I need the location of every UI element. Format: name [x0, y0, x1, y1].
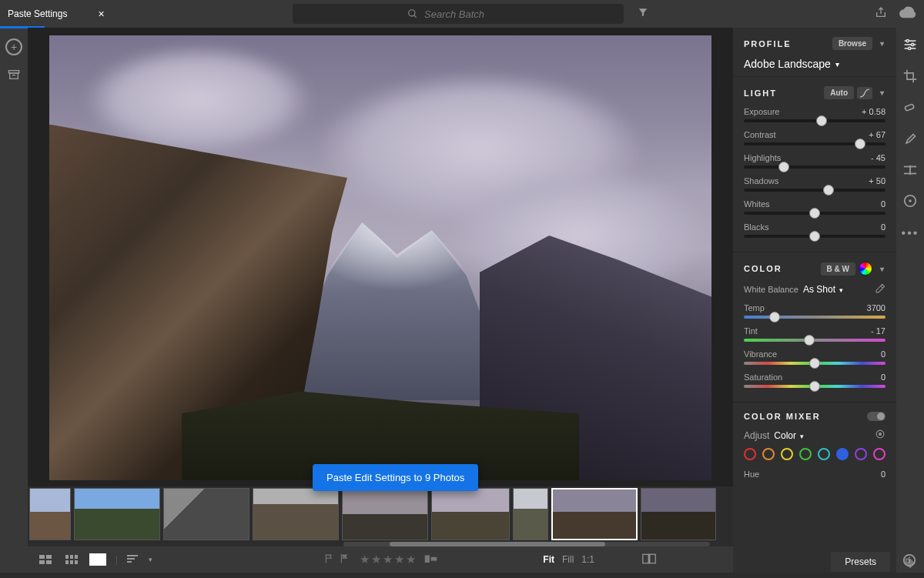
slider-handle[interactable]: [816, 115, 827, 126]
star-5[interactable]: ★: [406, 553, 416, 566]
sort-dropdown-icon[interactable]: ▾: [149, 556, 152, 563]
star-3[interactable]: ★: [383, 553, 393, 566]
photo-viewport[interactable]: Paste Edit Settings to 9 Photos: [28, 28, 733, 486]
slider-handle[interactable]: [809, 208, 820, 219]
color-dot-5[interactable]: [836, 448, 849, 460]
profile-section-label: PROFILE: [744, 39, 792, 48]
slider-value: 0: [881, 199, 886, 209]
color-dot-6[interactable]: [855, 448, 867, 460]
filmstrip-scrollbar-thumb[interactable]: [390, 542, 605, 546]
svg-rect-3: [10, 73, 18, 79]
zoom-fill-button[interactable]: Fill: [562, 554, 574, 565]
slider-handle[interactable]: [809, 358, 820, 369]
profile-name-label: Adobe Landscape: [744, 58, 831, 70]
star-2[interactable]: ★: [371, 553, 381, 566]
thumbnail[interactable]: [29, 488, 71, 540]
share-icon[interactable]: [875, 6, 887, 22]
target-adjust-icon[interactable]: [875, 429, 886, 442]
close-icon[interactable]: ×: [98, 8, 104, 20]
linear-gradient-icon[interactable]: [903, 165, 917, 179]
edit-sliders-icon[interactable]: [903, 38, 917, 54]
right-toolbar: •••: [896, 28, 924, 573]
thumbnail[interactable]: [74, 488, 160, 540]
archive-icon[interactable]: [8, 69, 20, 83]
slider-handle[interactable]: [778, 162, 789, 172]
color-chevron-icon[interactable]: ▾: [880, 265, 886, 273]
slider-track[interactable]: [744, 235, 886, 238]
brush-icon[interactable]: [903, 132, 917, 149]
profile-select[interactable]: Adobe Landscape ▾: [744, 58, 886, 70]
light-chevron-icon[interactable]: ▾: [880, 89, 886, 97]
color-mixer-toggle[interactable]: [867, 412, 886, 421]
flag-icon[interactable]: [324, 553, 335, 566]
top-right-tools: [875, 6, 916, 22]
zoom-1to1-button[interactable]: 1:1: [581, 554, 594, 565]
slider-handle[interactable]: [855, 139, 865, 149]
thumbnail[interactable]: [513, 488, 548, 540]
slider-track[interactable]: [744, 362, 886, 365]
healing-brush-icon[interactable]: [903, 102, 917, 117]
star-1[interactable]: ★: [360, 553, 370, 566]
browse-profile-button[interactable]: Browse: [832, 37, 872, 50]
thumbnail[interactable]: [253, 488, 339, 540]
slider-handle[interactable]: [809, 231, 820, 242]
svg-rect-31: [905, 104, 915, 111]
thumbnail[interactable]: [551, 488, 638, 540]
svg-rect-20: [643, 554, 648, 563]
orientation-icon[interactable]: [425, 553, 437, 566]
color-wheel-icon[interactable]: [859, 262, 872, 276]
slider-handle[interactable]: [804, 335, 815, 346]
grid-view-button[interactable]: [37, 553, 54, 566]
slider-track[interactable]: [744, 385, 886, 388]
more-icon[interactable]: •••: [902, 226, 919, 240]
filter-icon[interactable]: [638, 7, 648, 21]
adjust-select[interactable]: Color ▾: [774, 430, 804, 441]
color-dot-4[interactable]: [818, 448, 830, 460]
color-dot-2[interactable]: [781, 448, 793, 460]
slider-label: Blacks: [744, 222, 768, 232]
compare-icon[interactable]: [642, 553, 656, 566]
slider-track[interactable]: [744, 142, 886, 145]
eyedropper-icon[interactable]: [875, 283, 886, 296]
profile-chevron-icon[interactable]: ▾: [880, 39, 886, 48]
slider-track[interactable]: [744, 339, 886, 342]
color-dot-1[interactable]: [762, 448, 775, 460]
presets-button[interactable]: Presets: [831, 552, 890, 572]
thumbnail[interactable]: [342, 488, 428, 540]
thumbnail[interactable]: [431, 488, 510, 540]
add-photo-button[interactable]: +: [5, 38, 22, 55]
slider-track[interactable]: [744, 316, 886, 319]
thumbnail[interactable]: [163, 488, 249, 540]
compare-view-button[interactable]: [63, 553, 80, 566]
sort-button[interactable]: [127, 554, 139, 566]
color-dot-7[interactable]: [873, 448, 886, 460]
single-view-button[interactable]: [89, 553, 106, 566]
radial-gradient-icon[interactable]: [903, 194, 917, 211]
document-tab[interactable]: Paste Settings ×: [0, 0, 112, 28]
slider-track[interactable]: [744, 119, 886, 122]
slider-handle[interactable]: [809, 381, 820, 392]
filmstrip[interactable]: [28, 486, 733, 546]
auto-button[interactable]: Auto: [824, 86, 854, 99]
slider-handle[interactable]: [769, 312, 780, 322]
zoom-fit-button[interactable]: Fit: [543, 554, 554, 565]
filmstrip-scrollbar[interactable]: [343, 542, 710, 546]
slider-track[interactable]: [744, 189, 886, 192]
crop-icon[interactable]: [903, 69, 917, 86]
thumbnail[interactable]: [641, 488, 716, 540]
white-balance-select[interactable]: As Shot ▾: [803, 284, 843, 295]
search-field[interactable]: [293, 4, 624, 24]
tone-curve-button[interactable]: [857, 87, 872, 99]
slider-track[interactable]: [744, 165, 886, 169]
cloud-icon[interactable]: [899, 6, 916, 22]
star-4[interactable]: ★: [394, 553, 404, 566]
slider-handle[interactable]: [823, 185, 834, 195]
search-input[interactable]: [424, 8, 509, 20]
info-icon[interactable]: [902, 553, 916, 570]
slider-track[interactable]: [744, 212, 886, 215]
bw-button[interactable]: B & W: [821, 262, 855, 276]
color-dot-3[interactable]: [799, 448, 812, 460]
color-dot-0[interactable]: [744, 448, 756, 460]
svg-point-30: [909, 47, 911, 49]
reject-flag-icon[interactable]: [340, 553, 350, 566]
